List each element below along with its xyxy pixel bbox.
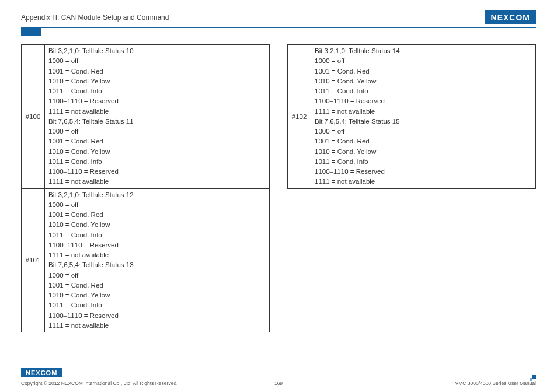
- row-index: #102: [288, 45, 311, 189]
- manual-title: VMC 3000/4000 Series User Manual: [455, 380, 536, 386]
- spec-table-right-body: #102Bit 3,2,1,0: Telltale Status 141000 …: [288, 45, 536, 189]
- copyright-text: Copyright © 2012 NEXCOM International Co…: [21, 380, 177, 386]
- right-column: #102Bit 3,2,1,0: Telltale Status 141000 …: [287, 44, 536, 332]
- content-columns: #100Bit 3,2,1,0: Telltale Status 101000 …: [21, 44, 536, 332]
- logo-text-left: NE: [491, 13, 503, 22]
- content-line: 1011 = Cond. Info: [48, 300, 266, 310]
- left-column: #100Bit 3,2,1,0: Telltale Status 101000 …: [21, 44, 270, 332]
- table-row: #102Bit 3,2,1,0: Telltale Status 141000 …: [288, 45, 536, 189]
- content-line: 1100–1110 = Reserved: [48, 167, 266, 177]
- row-index: #101: [22, 188, 45, 332]
- content-line: 1000 = off: [48, 200, 266, 210]
- row-content: Bit 3,2,1,0: Telltale Status 121000 = of…: [45, 188, 270, 332]
- content-line: 1001 = Cond. Red: [48, 281, 266, 290]
- content-line: 1111 = not available: [315, 107, 532, 117]
- content-line: 1000 = off: [48, 271, 266, 281]
- logo-x-icon: X: [504, 13, 509, 22]
- content-line: 1000 = off: [315, 127, 532, 136]
- row-content: Bit 3,2,1,0: Telltale Status 141000 = of…: [311, 45, 536, 189]
- page-number: 169: [274, 380, 283, 386]
- content-line: Bit 7,6,5,4: Telltale Status 15: [315, 117, 532, 127]
- content-line: 1111 = not available: [48, 321, 266, 331]
- content-line: 1000 = off: [48, 127, 266, 136]
- appendix-title: Appendix H: CAN Module Setup and Command: [21, 13, 169, 22]
- content-line: Bit 3,2,1,0: Telltale Status 14: [315, 46, 532, 56]
- content-line: 1100–1110 = Reserved: [48, 240, 266, 250]
- table-row: #101Bit 3,2,1,0: Telltale Status 121000 …: [22, 188, 270, 332]
- content-line: Bit 7,6,5,4: Telltale Status 13: [48, 260, 266, 270]
- footer-logo-x-icon: X: [36, 369, 40, 376]
- row-index: #100: [22, 45, 45, 189]
- content-line: 1011 = Cond. Info: [48, 157, 266, 167]
- content-line: 1100–1110 = Reserved: [48, 311, 266, 321]
- content-line: 1111 = not available: [48, 107, 266, 117]
- footer-logo-left: NE: [26, 369, 36, 376]
- row-content: Bit 3,2,1,0: Telltale Status 101000 = of…: [45, 45, 270, 189]
- content-line: 1111 = not available: [315, 177, 532, 187]
- content-line: 1001 = Cond. Red: [48, 136, 266, 146]
- content-line: 1000 = off: [48, 56, 266, 66]
- content-line: Bit 7,6,5,4: Telltale Status 11: [48, 117, 266, 127]
- footer-nexcom-logo: NEXCOM: [21, 368, 62, 377]
- footer-decoration-icon: [529, 374, 536, 382]
- page-header: Appendix H: CAN Module Setup and Command…: [21, 10, 536, 28]
- nexcom-logo: NEXCOM: [485, 10, 536, 24]
- content-line: 1011 = Cond. Info: [48, 86, 266, 96]
- content-line: 1100–1110 = Reserved: [48, 96, 266, 106]
- content-line: 1010 = Cond. Yellow: [48, 76, 266, 86]
- content-line: 1001 = Cond. Red: [48, 66, 266, 76]
- content-line: 1011 = Cond. Info: [315, 86, 532, 96]
- content-line: Bit 3,2,1,0: Telltale Status 12: [48, 190, 266, 200]
- spec-table-right: #102Bit 3,2,1,0: Telltale Status 141000 …: [287, 44, 536, 189]
- content-line: 1001 = Cond. Red: [48, 210, 266, 220]
- content-line: 1001 = Cond. Red: [315, 136, 532, 146]
- content-line: 1010 = Cond. Yellow: [315, 147, 532, 157]
- footer-bar: Copyright © 2012 NEXCOM International Co…: [21, 379, 536, 386]
- content-line: 1010 = Cond. Yellow: [48, 147, 266, 157]
- content-line: 1010 = Cond. Yellow: [48, 290, 266, 300]
- content-line: 1000 = off: [315, 56, 532, 66]
- content-line: 1011 = Cond. Info: [315, 157, 532, 167]
- footer-logo-right: COM: [41, 369, 58, 376]
- header-accent-bar: [21, 28, 41, 36]
- page-footer: NEXCOM Copyright © 2012 NEXCOM Internati…: [21, 367, 536, 386]
- content-line: 1100–1110 = Reserved: [315, 167, 532, 177]
- content-line: 1111 = not available: [48, 177, 266, 187]
- content-line: 1011 = Cond. Info: [48, 230, 266, 240]
- content-line: 1100–1110 = Reserved: [315, 96, 532, 106]
- spec-table-left-body: #100Bit 3,2,1,0: Telltale Status 101000 …: [22, 45, 270, 332]
- content-line: 1010 = Cond. Yellow: [315, 76, 532, 86]
- content-line: 1111 = not available: [48, 250, 266, 260]
- content-line: 1001 = Cond. Red: [315, 66, 532, 76]
- table-row: #100Bit 3,2,1,0: Telltale Status 101000 …: [22, 45, 270, 189]
- logo-text-right: COM: [509, 13, 530, 22]
- content-line: Bit 3,2,1,0: Telltale Status 10: [48, 46, 266, 56]
- spec-table-left: #100Bit 3,2,1,0: Telltale Status 101000 …: [21, 44, 270, 332]
- content-line: 1010 = Cond. Yellow: [48, 220, 266, 230]
